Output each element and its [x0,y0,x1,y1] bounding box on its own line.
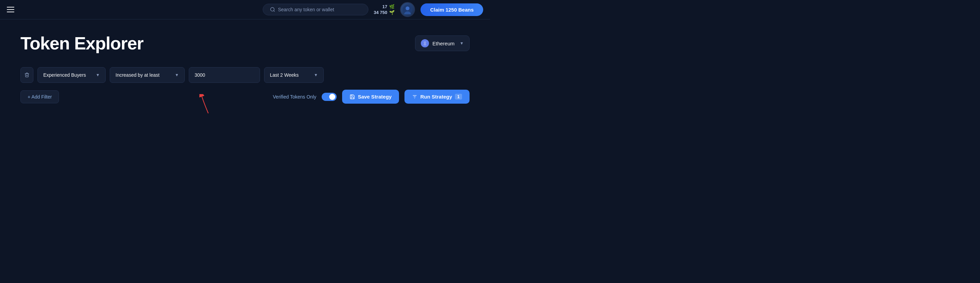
filter-row: Experienced Buyers ▼ Increased by at lea… [21,67,469,83]
delete-filter-button[interactable] [21,67,33,83]
nav-right: Search any token or wallet 17 🌿 34 750 🌱… [263,2,483,17]
avatar-icon [403,5,412,14]
network-selector[interactable]: Ξ Ethereum ▼ [415,35,469,51]
time-period-selector[interactable]: Last 2 Weeks ▼ [264,67,324,83]
claim-button[interactable]: Claim 1250 Beans [420,3,483,16]
navbar: Search any token or wallet 17 🌿 34 750 🌱… [0,0,490,19]
search-placeholder: Search any token or wallet [278,7,334,12]
value-input[interactable]: 3000 [189,67,260,83]
svg-point-0 [270,8,274,11]
condition-chevron-icon: ▼ [175,73,179,77]
buyer-type-selector[interactable]: Experienced Buyers ▼ [38,67,106,83]
run-strategy-label: Run Strategy [420,94,452,99]
buyer-type-label: Experienced Buyers [43,72,86,78]
run-strategy-button[interactable]: Run Strategy 1 [404,90,469,104]
filter-icon [412,94,417,99]
stat-row-coins: 34 750 🌱 [374,10,395,15]
seed-flame-icon: 🌿 [389,4,395,9]
stats-area: 17 🌿 34 750 🌱 [374,4,395,15]
network-label: Ethereum [433,41,456,46]
time-period-label: Last 2 Weeks [270,72,299,78]
add-filter-button[interactable]: + Add Filter [21,90,59,103]
save-strategy-button[interactable]: Save Strategy [342,90,399,104]
stat-row-seeds: 17 🌿 [382,4,395,9]
toggle-track [322,93,337,101]
coin-count: 34 750 [374,10,387,15]
search-icon [270,7,275,12]
coin-icon: 🌱 [389,10,395,15]
save-strategy-label: Save Strategy [358,94,391,99]
chevron-down-icon: ▼ [460,41,464,46]
hamburger-menu-icon[interactable] [7,7,14,12]
verified-tokens-label: Verified Tokens Only [273,94,316,99]
nav-left [7,7,14,12]
search-bar[interactable]: Search any token or wallet [263,4,368,15]
seed-count: 17 [382,4,387,9]
svg-line-1 [274,11,275,11]
ethereum-icon: Ξ [421,39,429,47]
trash-icon [24,72,30,78]
svg-point-3 [406,6,410,10]
toggle-thumb [329,94,335,100]
page-header: Token Explorer Ξ Ethereum ▼ [21,33,469,54]
buyer-type-chevron-icon: ▼ [96,73,100,77]
save-icon [350,94,355,99]
main-content: Token Explorer Ξ Ethereum ▼ Experienced … [0,19,490,114]
time-chevron-icon: ▼ [314,73,318,77]
avatar[interactable] [400,2,415,17]
condition-selector[interactable]: Increased by at least ▼ [110,67,185,83]
run-count-badge: 1 [455,94,462,99]
page-title: Token Explorer [21,33,143,54]
verified-toggle[interactable] [322,93,337,101]
actions-row: + Add Filter Verified Tokens Only Save S… [21,90,469,104]
condition-label: Increased by at least [116,72,159,78]
